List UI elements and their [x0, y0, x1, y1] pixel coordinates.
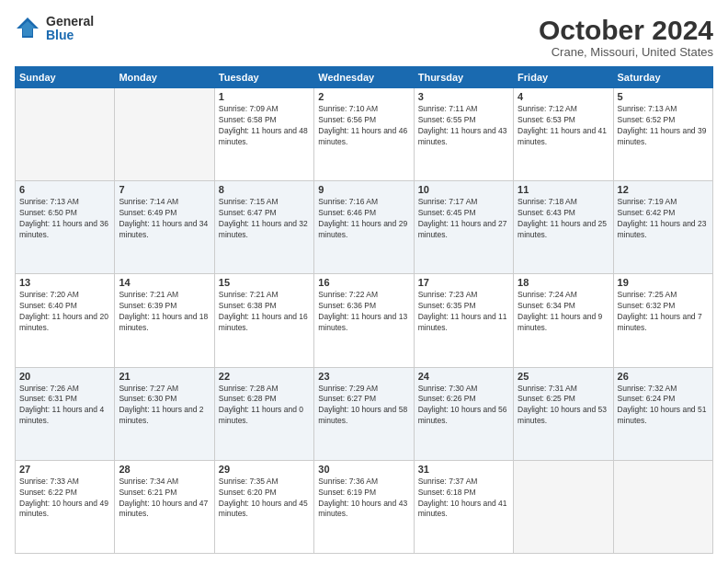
day-info: Sunrise: 7:33 AMSunset: 6:22 PMDaylight:…	[19, 477, 110, 521]
calendar-cell: 4Sunrise: 7:12 AMSunset: 6:53 PMDaylight…	[514, 88, 613, 181]
calendar-week-row: 6Sunrise: 7:13 AMSunset: 6:50 PMDaylight…	[16, 181, 713, 274]
calendar-cell: 30Sunrise: 7:36 AMSunset: 6:19 PMDayligh…	[314, 460, 414, 553]
calendar-cell: 20Sunrise: 7:26 AMSunset: 6:31 PMDayligh…	[16, 367, 115, 460]
day-number: 26	[618, 371, 709, 382]
weekday-header-monday: Monday	[115, 67, 214, 88]
day-info: Sunrise: 7:16 AMSunset: 6:46 PMDaylight:…	[318, 197, 409, 241]
day-number: 2	[318, 91, 409, 102]
day-number: 1	[219, 91, 310, 102]
day-info: Sunrise: 7:32 AMSunset: 6:24 PMDaylight:…	[618, 384, 709, 428]
day-info: Sunrise: 7:25 AMSunset: 6:32 PMDaylight:…	[618, 290, 709, 334]
weekday-header-saturday: Saturday	[613, 67, 712, 88]
day-info: Sunrise: 7:18 AMSunset: 6:43 PMDaylight:…	[518, 197, 609, 241]
day-number: 9	[318, 184, 409, 195]
day-info: Sunrise: 7:28 AMSunset: 6:28 PMDaylight:…	[219, 384, 310, 428]
calendar-cell: 21Sunrise: 7:27 AMSunset: 6:30 PMDayligh…	[115, 367, 214, 460]
day-number: 18	[518, 277, 609, 288]
calendar-cell: 18Sunrise: 7:24 AMSunset: 6:34 PMDayligh…	[514, 274, 613, 367]
page: General Blue October 2024 Crane, Missour…	[0, 0, 728, 563]
calendar-cell: 28Sunrise: 7:34 AMSunset: 6:21 PMDayligh…	[115, 460, 214, 553]
day-number: 12	[618, 184, 709, 195]
day-info: Sunrise: 7:12 AMSunset: 6:53 PMDaylight:…	[518, 104, 609, 148]
calendar-cell: 19Sunrise: 7:25 AMSunset: 6:32 PMDayligh…	[613, 274, 712, 367]
calendar-cell: 12Sunrise: 7:19 AMSunset: 6:42 PMDayligh…	[613, 181, 712, 274]
day-number: 8	[219, 184, 310, 195]
calendar-table: SundayMondayTuesdayWednesdayThursdayFrid…	[15, 66, 713, 554]
day-info: Sunrise: 7:22 AMSunset: 6:36 PMDaylight:…	[318, 290, 409, 334]
day-info: Sunrise: 7:35 AMSunset: 6:20 PMDaylight:…	[219, 477, 310, 521]
day-number: 15	[219, 277, 310, 288]
day-number: 14	[119, 277, 210, 288]
day-number: 3	[418, 91, 509, 102]
day-info: Sunrise: 7:15 AMSunset: 6:47 PMDaylight:…	[219, 197, 310, 241]
day-number: 29	[219, 464, 310, 475]
day-info: Sunrise: 7:20 AMSunset: 6:40 PMDaylight:…	[19, 290, 110, 334]
calendar-cell: 6Sunrise: 7:13 AMSunset: 6:50 PMDaylight…	[16, 181, 115, 274]
logo-icon	[15, 16, 40, 41]
header: General Blue October 2024 Crane, Missour…	[15, 15, 713, 59]
calendar-cell: 25Sunrise: 7:31 AMSunset: 6:25 PMDayligh…	[514, 367, 613, 460]
weekday-header-row: SundayMondayTuesdayWednesdayThursdayFrid…	[16, 67, 713, 88]
day-number: 13	[19, 277, 110, 288]
day-number: 24	[418, 371, 509, 382]
day-info: Sunrise: 7:30 AMSunset: 6:26 PMDaylight:…	[418, 384, 509, 428]
calendar-cell: 9Sunrise: 7:16 AMSunset: 6:46 PMDaylight…	[314, 181, 414, 274]
day-info: Sunrise: 7:21 AMSunset: 6:39 PMDaylight:…	[119, 290, 210, 334]
day-info: Sunrise: 7:26 AMSunset: 6:31 PMDaylight:…	[19, 384, 110, 428]
day-number: 30	[318, 464, 409, 475]
weekday-header-friday: Friday	[514, 67, 613, 88]
calendar-cell: 10Sunrise: 7:17 AMSunset: 6:45 PMDayligh…	[414, 181, 513, 274]
calendar-cell	[514, 460, 613, 553]
weekday-header-thursday: Thursday	[414, 67, 513, 88]
day-number: 21	[119, 371, 210, 382]
day-number: 5	[618, 91, 709, 102]
day-info: Sunrise: 7:14 AMSunset: 6:49 PMDaylight:…	[119, 197, 210, 241]
weekday-header-tuesday: Tuesday	[214, 67, 313, 88]
day-info: Sunrise: 7:23 AMSunset: 6:35 PMDaylight:…	[418, 290, 509, 334]
calendar-cell: 24Sunrise: 7:30 AMSunset: 6:26 PMDayligh…	[414, 367, 513, 460]
day-number: 6	[19, 184, 110, 195]
calendar-cell: 16Sunrise: 7:22 AMSunset: 6:36 PMDayligh…	[314, 274, 414, 367]
calendar-cell: 29Sunrise: 7:35 AMSunset: 6:20 PMDayligh…	[214, 460, 313, 553]
calendar-cell	[16, 88, 115, 181]
day-number: 28	[119, 464, 210, 475]
calendar-cell: 8Sunrise: 7:15 AMSunset: 6:47 PMDaylight…	[214, 181, 313, 274]
day-info: Sunrise: 7:17 AMSunset: 6:45 PMDaylight:…	[418, 197, 509, 241]
day-info: Sunrise: 7:37 AMSunset: 6:18 PMDaylight:…	[418, 477, 509, 521]
calendar-cell: 7Sunrise: 7:14 AMSunset: 6:49 PMDaylight…	[115, 181, 214, 274]
location: Crane, Missouri, United States	[539, 45, 713, 59]
day-info: Sunrise: 7:31 AMSunset: 6:25 PMDaylight:…	[518, 384, 609, 428]
day-info: Sunrise: 7:29 AMSunset: 6:27 PMDaylight:…	[318, 384, 409, 428]
day-number: 4	[518, 91, 609, 102]
calendar-week-row: 1Sunrise: 7:09 AMSunset: 6:58 PMDaylight…	[16, 88, 713, 181]
calendar-cell: 17Sunrise: 7:23 AMSunset: 6:35 PMDayligh…	[414, 274, 513, 367]
day-number: 16	[318, 277, 409, 288]
calendar-cell: 2Sunrise: 7:10 AMSunset: 6:56 PMDaylight…	[314, 88, 414, 181]
calendar-cell: 13Sunrise: 7:20 AMSunset: 6:40 PMDayligh…	[16, 274, 115, 367]
calendar-cell: 27Sunrise: 7:33 AMSunset: 6:22 PMDayligh…	[16, 460, 115, 553]
day-number: 22	[219, 371, 310, 382]
calendar-cell: 22Sunrise: 7:28 AMSunset: 6:28 PMDayligh…	[214, 367, 313, 460]
month-title: October 2024	[539, 15, 713, 45]
day-info: Sunrise: 7:27 AMSunset: 6:30 PMDaylight:…	[119, 384, 210, 428]
day-info: Sunrise: 7:36 AMSunset: 6:19 PMDaylight:…	[318, 477, 409, 521]
calendar-cell: 31Sunrise: 7:37 AMSunset: 6:18 PMDayligh…	[414, 460, 513, 553]
weekday-header-sunday: Sunday	[16, 67, 115, 88]
logo-text: General Blue	[46, 15, 94, 43]
day-info: Sunrise: 7:09 AMSunset: 6:58 PMDaylight:…	[219, 104, 310, 148]
day-info: Sunrise: 7:13 AMSunset: 6:52 PMDaylight:…	[618, 104, 709, 148]
calendar-cell: 5Sunrise: 7:13 AMSunset: 6:52 PMDaylight…	[613, 88, 712, 181]
calendar-cell	[115, 88, 214, 181]
day-number: 25	[518, 371, 609, 382]
calendar-cell: 11Sunrise: 7:18 AMSunset: 6:43 PMDayligh…	[514, 181, 613, 274]
day-info: Sunrise: 7:13 AMSunset: 6:50 PMDaylight:…	[19, 197, 110, 241]
calendar-cell: 26Sunrise: 7:32 AMSunset: 6:24 PMDayligh…	[613, 367, 712, 460]
calendar-week-row: 13Sunrise: 7:20 AMSunset: 6:40 PMDayligh…	[16, 274, 713, 367]
day-info: Sunrise: 7:11 AMSunset: 6:55 PMDaylight:…	[418, 104, 509, 148]
day-number: 10	[418, 184, 509, 195]
calendar-cell: 15Sunrise: 7:21 AMSunset: 6:38 PMDayligh…	[214, 274, 313, 367]
day-info: Sunrise: 7:10 AMSunset: 6:56 PMDaylight:…	[318, 104, 409, 148]
day-info: Sunrise: 7:24 AMSunset: 6:34 PMDaylight:…	[518, 290, 609, 334]
day-number: 23	[318, 371, 409, 382]
day-info: Sunrise: 7:34 AMSunset: 6:21 PMDaylight:…	[119, 477, 210, 521]
